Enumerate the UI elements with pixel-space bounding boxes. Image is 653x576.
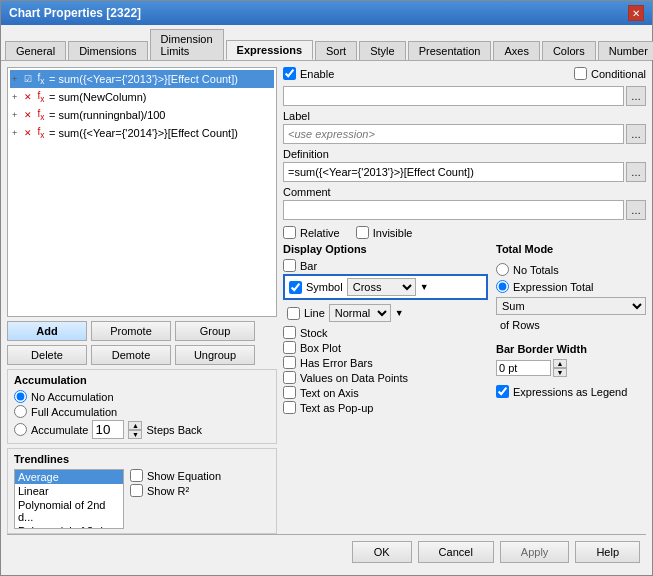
- symbol-row: Symbol Cross Circle Square Diamond Trian…: [283, 274, 488, 300]
- tab-axes[interactable]: Axes: [493, 41, 539, 60]
- add-button[interactable]: Add: [7, 321, 87, 341]
- has-error-bars-row: Has Error Bars: [283, 356, 488, 369]
- comment-input[interactable]: [283, 200, 624, 220]
- checkbox-icon-0: ☑: [24, 74, 32, 84]
- stock-checkbox[interactable]: [283, 326, 296, 339]
- conditional-checkbox[interactable]: [574, 67, 587, 80]
- full-accumulation-row: Full Accumulation: [14, 405, 270, 418]
- enable-checkbox[interactable]: [283, 67, 296, 80]
- ok-button[interactable]: OK: [352, 541, 412, 563]
- checkbox-icon-1: ✕: [24, 92, 32, 102]
- label-browse-btn[interactable]: …: [626, 124, 646, 144]
- accumulate-radio[interactable]: [14, 423, 27, 436]
- bar-checkbox[interactable]: [283, 259, 296, 272]
- bar-border-input[interactable]: [496, 360, 551, 376]
- box-plot-checkbox[interactable]: [283, 341, 296, 354]
- expression-buttons-row2: Delete Demote Ungroup: [7, 345, 277, 365]
- tab-general[interactable]: General: [5, 41, 66, 60]
- conditional-input[interactable]: [283, 86, 624, 106]
- promote-button[interactable]: Promote: [91, 321, 171, 341]
- accumulation-title: Accumulation: [14, 374, 270, 386]
- delete-button[interactable]: Delete: [7, 345, 87, 365]
- expression-list[interactable]: + ☑ fx = sum({<Year={'2013'}>}[Effect Co…: [7, 67, 277, 317]
- line-select[interactable]: Normal Dashed Dotted: [329, 304, 391, 322]
- tab-colors[interactable]: Colors: [542, 41, 596, 60]
- apply-button[interactable]: Apply: [500, 541, 570, 563]
- relative-row: Relative: [283, 226, 340, 239]
- expression-item-2[interactable]: + ✕ fx = sum(runningnbal)/100: [10, 106, 274, 124]
- tab-expressions[interactable]: Expressions: [226, 40, 313, 60]
- stock-row: Stock: [283, 326, 488, 339]
- expression-item-0[interactable]: + ☑ fx = sum({<Year={'2013'}>}[Effect Co…: [10, 70, 274, 88]
- definition-input[interactable]: =sum({<Year={'2013'}>}[Effect Count]): [283, 162, 624, 182]
- no-totals-radio[interactable]: [496, 263, 509, 276]
- group-button[interactable]: Group: [175, 321, 255, 341]
- sum-select-row: Sum Average Count: [496, 297, 646, 315]
- steps-down[interactable]: ▼: [128, 430, 142, 439]
- has-error-bars-checkbox[interactable]: [283, 356, 296, 369]
- help-button[interactable]: Help: [575, 541, 640, 563]
- expression-item-3[interactable]: + ✕ fx = sum({<Year={'2014'}>}[Effect Co…: [10, 124, 274, 142]
- enable-label: Enable: [300, 68, 334, 80]
- conditional-label: Conditional: [591, 68, 646, 80]
- tab-number[interactable]: Number: [598, 41, 653, 60]
- bar-border-up[interactable]: ▲: [553, 359, 567, 368]
- text-on-axis-checkbox[interactable]: [283, 386, 296, 399]
- text-as-popup-checkbox[interactable]: [283, 401, 296, 414]
- trendlines-list[interactable]: Average Linear Polynomial of 2nd d... Po…: [14, 469, 124, 529]
- definition-browse-btn[interactable]: …: [626, 162, 646, 182]
- bar-border-title: Bar Border Width: [496, 343, 646, 355]
- trend-item-1[interactable]: Linear: [15, 484, 123, 498]
- conditional-browse-btn[interactable]: …: [626, 86, 646, 106]
- no-accumulation-row: No Accumulation: [14, 390, 270, 403]
- bar-border-down[interactable]: ▼: [553, 368, 567, 377]
- accumulate-steps-row: Accumulate ▲ ▼ Steps Back: [14, 420, 270, 439]
- trend-item-2[interactable]: Polynomial of 2nd d...: [15, 498, 123, 524]
- line-checkbox[interactable]: [287, 307, 300, 320]
- full-accumulation-radio[interactable]: [14, 405, 27, 418]
- expr-text-0: = sum({<Year={'2013'}>}[Effect Count]): [49, 73, 238, 85]
- cancel-button[interactable]: Cancel: [418, 541, 494, 563]
- stock-label: Stock: [300, 327, 328, 339]
- tab-dimensions[interactable]: Dimensions: [68, 41, 147, 60]
- bar-label: Bar: [300, 260, 317, 272]
- steps-up[interactable]: ▲: [128, 421, 142, 430]
- close-button[interactable]: ✕: [628, 5, 644, 21]
- display-total-area: Display Options Bar Symbol Cross Circle: [283, 243, 646, 534]
- relative-checkbox[interactable]: [283, 226, 296, 239]
- label-field-row: …: [283, 124, 646, 144]
- expression-item-1[interactable]: + ✕ fx = sum(NewColumn): [10, 88, 274, 106]
- symbol-checkbox[interactable]: [289, 281, 302, 294]
- tab-style[interactable]: Style: [359, 41, 405, 60]
- show-equation-label: Show Equation: [147, 470, 221, 482]
- demote-button[interactable]: Demote: [91, 345, 171, 365]
- symbol-select[interactable]: Cross Circle Square Diamond Triangle: [347, 278, 416, 296]
- values-on-data-points-checkbox[interactable]: [283, 371, 296, 384]
- no-accumulation-radio[interactable]: [14, 390, 27, 403]
- tabs-bar: General Dimensions Dimension Limits Expr…: [1, 25, 652, 61]
- conditional-input-row: …: [283, 86, 646, 106]
- symbol-label: Symbol: [306, 281, 343, 293]
- text-on-axis-label: Text on Axis: [300, 387, 359, 399]
- expressions-as-legend-checkbox[interactable]: [496, 385, 509, 398]
- no-accumulation-label: No Accumulation: [31, 391, 114, 403]
- show-r2-checkbox[interactable]: [130, 484, 143, 497]
- show-equation-checkbox[interactable]: [130, 469, 143, 482]
- values-on-data-points-row: Values on Data Points: [283, 371, 488, 384]
- invisible-checkbox[interactable]: [356, 226, 369, 239]
- sum-select[interactable]: Sum Average Count: [496, 297, 646, 315]
- relative-label: Relative: [300, 227, 340, 239]
- trend-item-3[interactable]: Polynomial of 3rd d...: [15, 524, 123, 529]
- label-input[interactable]: [283, 124, 624, 144]
- steps-input[interactable]: [92, 420, 124, 439]
- expression-total-radio[interactable]: [496, 280, 509, 293]
- comment-browse-btn[interactable]: …: [626, 200, 646, 220]
- show-equation-row: Show Equation: [130, 469, 221, 482]
- trend-item-0[interactable]: Average: [15, 470, 123, 484]
- bar-border-spinner: ▲ ▼: [553, 359, 567, 377]
- tab-dimension-limits[interactable]: Dimension Limits: [150, 29, 224, 60]
- display-options-title: Display Options: [283, 243, 488, 255]
- tab-sort[interactable]: Sort: [315, 41, 357, 60]
- ungroup-button[interactable]: Ungroup: [175, 345, 255, 365]
- tab-presentation[interactable]: Presentation: [408, 41, 492, 60]
